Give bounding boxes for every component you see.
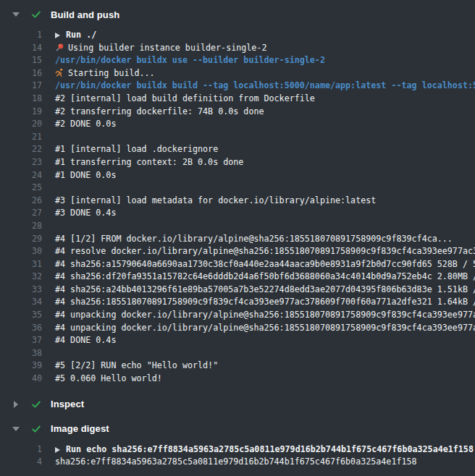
line-number[interactable]: 1 <box>0 29 42 42</box>
line-number[interactable]: 4 <box>0 456 42 469</box>
log-line: 22#1 [internal] load .dockerignore <box>0 143 475 156</box>
line-number[interactable]: 34 <box>0 296 42 309</box>
log-line: 38 <box>0 347 475 360</box>
line-number[interactable]: 39 <box>0 360 42 373</box>
line-number[interactable]: 28 <box>0 220 42 233</box>
chevron-down-icon[interactable] <box>12 427 20 431</box>
line-number[interactable]: 17 <box>0 80 42 93</box>
log-text-content: #3 DONE 0.4s <box>55 208 116 218</box>
log-line: 25 <box>0 182 475 195</box>
log-line: 14Using builder instance builder-single-… <box>0 42 475 55</box>
line-number[interactable]: 30 <box>0 245 42 258</box>
section-header-build-and-push[interactable]: Build and push <box>0 4 475 25</box>
log-lines-build-and-push: 1Run ./14Using builder instance builder-… <box>0 25 475 394</box>
log-text-content: Starting build... <box>68 68 155 78</box>
line-number[interactable]: 31 <box>0 258 42 271</box>
log-line: 30#4 resolve docker.io/library/alpine@sh… <box>0 245 475 258</box>
section-header-image-digest[interactable]: Image digest <box>0 419 475 439</box>
success-check-icon <box>31 9 41 20</box>
log-line: 24#1 DONE 0.0s <box>0 169 475 182</box>
section-header-inspect[interactable]: Inspect <box>0 394 475 415</box>
workflow-log-viewer: Build and push 1Run ./14Using builder in… <box>0 0 475 476</box>
success-check-icon <box>31 399 41 409</box>
log-text: #1 [internal] load .dockerignore <box>55 144 218 154</box>
line-number[interactable]: 15 <box>0 54 42 67</box>
section-inspect: Inspect <box>0 394 475 415</box>
line-number[interactable]: 21 <box>0 131 42 144</box>
log-text: #2 transferring dockerfile: 74B 0.0s don… <box>55 106 264 116</box>
line-number[interactable]: 22 <box>0 143 42 156</box>
line-number[interactable]: 20 <box>0 118 42 131</box>
line-number[interactable]: 40 <box>0 373 42 386</box>
line-number[interactable]: 19 <box>0 106 42 119</box>
section-image-digest: Image digest 1Run echo sha256:e7ff8834a5… <box>0 419 475 476</box>
log-text-content: #1 transferring context: 2B 0.0s done <box>55 157 243 167</box>
section-title: Inspect <box>51 399 84 409</box>
log-text: #4 sha256:df20fa9351a15782c64e6dddb2d4a6… <box>55 271 475 281</box>
log-text: #4 resolve docker.io/library/alpine@sha2… <box>55 246 475 256</box>
log-text: #4 sha256:185518070891758909c9f839cf4ca3… <box>55 297 475 307</box>
log-text-content: #4 DONE 0.4s <box>55 335 116 345</box>
log-line: 29#4 [1/2] FROM docker.io/library/alpine… <box>0 233 475 246</box>
log-line: 39#5 [2/2] RUN echo "Hello world!" <box>0 360 475 373</box>
line-number[interactable]: 18 <box>0 93 42 106</box>
expand-run-icon[interactable] <box>55 447 60 453</box>
log-line: 32#4 sha256:df20fa9351a15782c64e6dddb2d4… <box>0 271 475 284</box>
line-number[interactable]: 25 <box>0 182 42 195</box>
line-number[interactable]: 27 <box>0 207 42 220</box>
log-text: #4 DONE 0.4s <box>55 335 116 345</box>
log-line: 16Starting build... <box>0 67 475 80</box>
log-line: 34#4 sha256:185518070891758909c9f839cf4c… <box>0 296 475 309</box>
log-text: /usr/bin/docker buildx use --builder bui… <box>55 55 325 65</box>
line-number[interactable]: 37 <box>0 334 42 347</box>
section-build-and-push: Build and push 1Run ./14Using builder in… <box>0 4 475 394</box>
section-title: Build and push <box>51 9 119 20</box>
log-text: #1 transferring context: 2B 0.0s done <box>55 157 243 167</box>
log-text: #4 sha256:a24bb4013296f61e89ba57005a7b3e… <box>55 284 475 294</box>
log-line: 18#2 [internal] load build definition fr… <box>0 93 475 106</box>
log-text-content: #4 resolve docker.io/library/alpine@sha2… <box>55 246 475 256</box>
log-text-content: #4 [1/2] FROM docker.io/library/alpine@s… <box>55 234 453 244</box>
log-line: 1Run ./ <box>0 29 475 42</box>
line-number[interactable]: 23 <box>0 156 42 169</box>
expand-run-icon[interactable] <box>55 33 60 38</box>
line-number[interactable]: 14 <box>0 42 42 55</box>
line-number[interactable]: 36 <box>0 322 42 335</box>
log-text-content: Run echo sha256:e7ff8834a5963a2785c5a081… <box>66 444 474 454</box>
line-number[interactable]: 26 <box>0 195 42 208</box>
log-line: 17/usr/bin/docker buildx build --tag loc… <box>0 80 475 93</box>
line-number[interactable]: 38 <box>0 347 42 360</box>
line-number[interactable]: 16 <box>0 67 42 80</box>
log-text: Run echo sha256:e7ff8834a5963a2785c5a081… <box>55 444 474 454</box>
log-text-content: #5 [2/2] RUN echo "Hello world!" <box>55 360 218 370</box>
log-text-content: #2 transferring dockerfile: 74B 0.0s don… <box>55 106 264 116</box>
log-text-content: #4 unpacking docker.io/library/alpine@sh… <box>55 310 475 320</box>
log-text-content: #1 DONE 0.0s <box>55 170 116 180</box>
line-number[interactable]: 24 <box>0 169 42 182</box>
log-text-content: /usr/bin/docker buildx build --tag local… <box>55 80 475 90</box>
log-text-content: sha256:e7ff8834a5963a2785c5a0811e979d16b… <box>55 456 417 467</box>
log-text-content: #4 sha256:185518070891758909c9f839cf4ca3… <box>55 297 475 307</box>
log-text: #2 DONE 0.0s <box>55 119 116 129</box>
log-line: 15/usr/bin/docker buildx use --builder b… <box>0 54 475 67</box>
line-number[interactable]: 35 <box>0 309 42 322</box>
line-number[interactable]: 32 <box>0 271 42 284</box>
log-text-content: #2 DONE 0.0s <box>55 119 116 129</box>
log-text-content: #2 [internal] load build definition from… <box>55 93 315 103</box>
log-text-content: #4 sha256:a24bb4013296f61e89ba57005a7b3e… <box>55 284 475 294</box>
chevron-down-icon[interactable] <box>12 12 20 17</box>
line-number[interactable]: 29 <box>0 233 42 246</box>
log-text: Using builder instance builder-single-2 <box>55 43 266 53</box>
log-text-content: #4 sha256:a15790640a6690aa1730c38cf0a440… <box>55 259 475 269</box>
log-text: #4 sha256:a15790640a6690aa1730c38cf0a440… <box>55 259 475 269</box>
log-text-content: #1 [internal] load .dockerignore <box>55 144 218 154</box>
line-number[interactable]: 33 <box>0 284 42 297</box>
log-text-content: #5 0.060 Hello world! <box>55 373 162 383</box>
log-line: 4sha256:e7ff8834a5963a2785c5a0811e979d16… <box>0 456 475 469</box>
chevron-right-icon[interactable] <box>12 401 20 408</box>
log-text: #5 [2/2] RUN echo "Hello world!" <box>55 360 218 370</box>
line-number[interactable]: 1 <box>0 443 42 456</box>
log-line: 40#5 0.060 Hello world! <box>0 373 475 386</box>
log-lines-image-digest: 1Run echo sha256:e7ff8834a5963a2785c5a08… <box>0 439 475 476</box>
log-text: #5 0.060 Hello world! <box>55 373 162 383</box>
